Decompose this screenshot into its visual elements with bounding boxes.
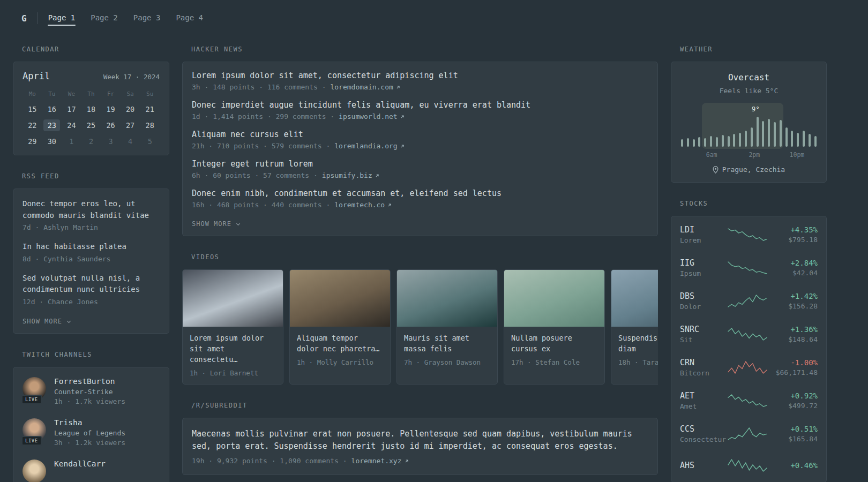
weather-hour-bar <box>780 120 782 147</box>
stock-change: +0.92% <box>768 391 818 400</box>
video-title[interactable]: Lorem ipsum dolor sit amet consectetu… <box>190 334 264 364</box>
page-tabs: Page 1 Page 2 Page 3 Page 4 <box>48 0 218 36</box>
calendar-date[interactable]: 16 <box>43 103 60 115</box>
calendar-date[interactable]: 19 <box>102 103 119 115</box>
tab-page-4[interactable]: Page 4 <box>175 11 204 26</box>
tab-page-1[interactable]: Page 1 <box>48 11 76 26</box>
reddit-post-title[interactable]: Maecenas mollis pulvinar erat non posuer… <box>192 429 632 451</box>
calendar-date[interactable]: 29 <box>24 135 41 147</box>
stock-row[interactable]: AET Amet +0.92% $499.72 <box>680 384 818 417</box>
weather-feels-like: Feels like 5°C <box>680 87 818 95</box>
calendar-date[interactable]: 20 <box>122 103 139 115</box>
calendar-day-header: Th <box>81 91 101 97</box>
hackernews-item-source-link[interactable]: loremtech.co <box>334 201 392 209</box>
video-card[interactable]: Suspendisse diam 18h · Tara <box>611 269 658 385</box>
calendar-date[interactable]: 23 <box>43 119 60 131</box>
stock-price: $499.72 <box>768 402 818 410</box>
stock-values: +0.51% $165.84 <box>768 425 818 443</box>
calendar-date[interactable]: 1 <box>63 135 80 147</box>
tab-page-2[interactable]: Page 2 <box>90 11 118 26</box>
calendar-date[interactable]: 30 <box>43 135 60 147</box>
hackernews-item: Donec enim nibh, condimentum et accumsan… <box>192 189 648 209</box>
calendar-date[interactable]: 22 <box>24 119 41 131</box>
video-body: Suspendisse diam 18h · Tara <box>611 327 658 373</box>
hackernews-item-source-link[interactable]: ipsumify.biz <box>322 171 380 179</box>
twitch-channel-name[interactable]: ForrestBurton <box>54 377 115 386</box>
rss-item-title[interactable]: Sed volutpat nulla nisl, a condimentum n… <box>23 274 140 294</box>
calendar-date[interactable]: 24 <box>63 119 80 131</box>
calendar-date[interactable]: 26 <box>102 119 119 131</box>
stock-values: +0.46% <box>768 461 818 470</box>
calendar-date[interactable]: 17 <box>63 103 80 115</box>
video-card[interactable]: Lorem ipsum dolor sit amet consectetu… 1… <box>182 269 283 385</box>
stock-row[interactable]: IIG Ipsum +2.84% $42.04 <box>680 251 818 284</box>
video-card[interactable]: Aliquam tempor dolor nec pharetra… 1h · … <box>289 269 391 385</box>
weather-hour-bar <box>722 135 724 147</box>
calendar-date[interactable]: 5 <box>141 135 158 147</box>
hackernews-item-source-link[interactable]: loremdomain.com <box>330 83 400 91</box>
stock-row[interactable]: SNRC Sit +1.36% $148.64 <box>680 318 818 351</box>
weather-card: Overcast Feels like 5°C 9° 6am2pm10pm Pr… <box>671 62 827 183</box>
hackernews-item-title[interactable]: Lorem ipsum dolor sit amet, consectetur … <box>192 71 648 80</box>
rss-show-more-button[interactable]: SHOW MORE <box>23 318 72 325</box>
hackernews-item-title[interactable]: Aliquam nec cursus elit <box>192 130 648 139</box>
section-title-subreddit: /R/SUBREDDIT <box>191 402 658 409</box>
calendar-date[interactable]: 28 <box>141 119 158 131</box>
rss-item-title[interactable]: Donec tempor eros leo, ut commodo mauris… <box>23 199 149 220</box>
calendar-date[interactable]: 25 <box>83 119 99 131</box>
calendar-date[interactable]: 21 <box>141 103 158 115</box>
tab-page-3[interactable]: Page 3 <box>133 11 161 26</box>
glance-dashboard: G Page 1 Page 2 Page 3 Page 4 CALENDAR A… <box>0 0 868 482</box>
hackernews-item-info: 1d · 1,414 points · 299 comments · <box>192 112 334 120</box>
video-card[interactable]: Nullam posuere cursus ex 17h · Stefan Co… <box>504 269 605 385</box>
video-title[interactable]: Aliquam tempor dolor nec pharetra… <box>297 334 379 353</box>
stock-row[interactable]: CCS Consectetur +0.51% $165.84 <box>680 417 818 450</box>
logo[interactable]: G <box>21 13 27 24</box>
weather-location-row[interactable]: Prague, Czechia <box>680 165 818 174</box>
external-link-icon <box>387 202 392 208</box>
hackernews-item-title[interactable]: Donec enim nibh, condimentum et accumsan… <box>192 189 648 198</box>
twitch-channel[interactable]: LIVE Trisha League of Legends 3h · 1.2k … <box>23 418 160 447</box>
video-meta: 1h · Lori Barnett <box>190 369 276 377</box>
hackernews-item: Aliquam nec cursus elit 21h · 710 points… <box>192 130 648 150</box>
video-thumbnail[interactable] <box>397 270 497 327</box>
calendar-date[interactable]: 27 <box>122 119 139 131</box>
hackernews-item-title[interactable]: Integer eget rutrum lorem <box>192 159 648 169</box>
twitch-channel-name[interactable]: Trisha <box>54 418 82 427</box>
calendar-date[interactable]: 2 <box>83 135 99 147</box>
twitch-channel-viewers: 1h · 1.7k viewers <box>54 397 125 405</box>
rss-card: Donec tempor eros leo, ut commodo mauris… <box>13 189 169 334</box>
weather-hour-bar <box>809 134 811 147</box>
stock-sparkline <box>727 359 768 375</box>
hackernews-item-source-link[interactable]: ipsumworld.net <box>339 112 405 120</box>
twitch-channel-name[interactable]: KendallCarr <box>54 460 106 468</box>
video-thumbnail[interactable] <box>611 270 658 327</box>
hackernews-item-source: ipsumworld.net <box>339 112 398 120</box>
weather-hour-bar <box>716 137 718 147</box>
hackernews-show-more-button[interactable]: SHOW MORE <box>192 220 241 228</box>
video-title[interactable]: Nullam posuere cursus ex <box>511 334 572 353</box>
stock-row[interactable]: LDI Lorem +4.35% $795.18 <box>680 218 818 251</box>
video-thumbnail[interactable] <box>183 270 283 327</box>
video-title[interactable]: Suspendisse diam <box>618 334 658 353</box>
video-thumbnail[interactable] <box>504 270 604 327</box>
video-title[interactable]: Mauris sit amet massa felis <box>404 334 469 353</box>
twitch-channel[interactable]: LIVE ForrestBurton Counter-Strike 1h · 1… <box>23 377 160 405</box>
stocks-section: STOCKS LDI Lorem +4.35% $795.18 <box>671 200 827 482</box>
twitch-channel[interactable]: KendallCarr <box>23 460 160 482</box>
stock-change: +0.51% <box>768 425 818 433</box>
video-thumbnail[interactable] <box>290 270 390 327</box>
calendar-date[interactable]: 18 <box>83 103 99 115</box>
twitch-channel-game: Counter-Strike <box>54 388 125 396</box>
stock-row[interactable]: AHS +0.46% <box>680 450 818 480</box>
hackernews-item-title[interactable]: Donec imperdiet augue tincidunt felis al… <box>192 100 648 110</box>
stock-row[interactable]: DBS Dolor +1.42% $156.28 <box>680 284 818 318</box>
reddit-post-source-link[interactable]: loremnet.xyz <box>351 457 409 465</box>
calendar-date[interactable]: 15 <box>24 103 41 115</box>
rss-item-title[interactable]: In hac habitasse platea <box>23 242 126 251</box>
calendar-date[interactable]: 4 <box>122 135 139 147</box>
video-card[interactable]: Mauris sit amet massa felis 7h · Grayson… <box>396 269 498 385</box>
hackernews-item-source-link[interactable]: loremlandia.org <box>334 142 405 150</box>
stock-row[interactable]: CRN Bitcorn -1.00% $66,171.48 <box>680 351 818 384</box>
calendar-date[interactable]: 3 <box>102 135 119 147</box>
